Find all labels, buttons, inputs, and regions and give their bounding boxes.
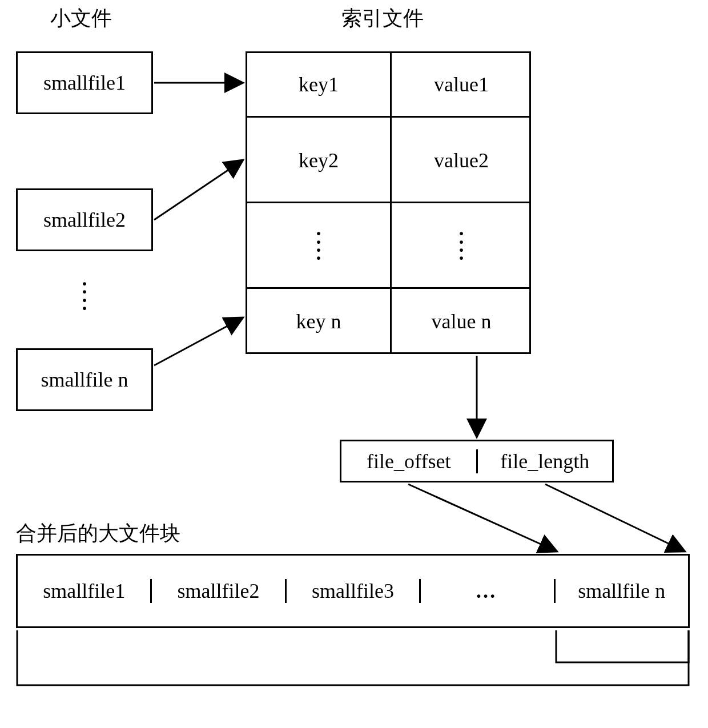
index-key-n: key n — [247, 287, 390, 354]
index-val-n: value n — [390, 287, 531, 354]
arrow-length-to-block — [545, 484, 685, 552]
index-key-1: key1 — [247, 53, 390, 116]
merged-cell-dots: … — [421, 579, 555, 603]
file-offset-cell: file_offset — [341, 449, 476, 473]
vdots-smallfiles: ···· — [79, 280, 90, 313]
arrow-filen-to-index — [154, 317, 243, 365]
smallfile-box-2: smallfile2 — [16, 188, 153, 251]
merged-cell-1: smallfile1 — [18, 579, 152, 603]
index-table: key1 value1 key2 value2 ···· ···· key n … — [246, 51, 531, 354]
merged-cell-n: smallfile n — [556, 579, 688, 603]
smallfile-2-text: smallfile2 — [43, 208, 126, 232]
smallfile-1-text: smallfile1 — [43, 71, 126, 95]
arrow-file2-to-index — [154, 160, 243, 220]
arrow-offset-to-block — [408, 484, 557, 552]
file-length-cell: file_length — [476, 449, 613, 473]
merged-block-label: 合并后的大文件块 — [16, 520, 180, 548]
smallfile-box-n: smallfile n — [16, 348, 153, 411]
smallfile-box-1: smallfile1 — [16, 51, 153, 114]
small-files-label: 小文件 — [50, 5, 112, 33]
index-key-2: key2 — [247, 116, 390, 203]
range-bracket-lastcell — [556, 630, 689, 662]
value-struct-box: file_offset file_length — [340, 440, 614, 482]
merged-cell-3: smallfile3 — [287, 579, 421, 603]
index-file-label: 索引文件 — [341, 5, 424, 33]
smallfile-n-text: smallfile n — [41, 368, 128, 392]
index-val-1: value1 — [390, 53, 531, 116]
range-bracket-wholerow — [17, 630, 689, 685]
index-key-dots: ···· — [247, 202, 390, 289]
merged-block: smallfile1 smallfile2 smallfile3 … small… — [16, 554, 690, 628]
index-val-dots: ···· — [390, 202, 531, 289]
index-val-2: value2 — [390, 116, 531, 203]
merged-cell-2: smallfile2 — [152, 579, 286, 603]
